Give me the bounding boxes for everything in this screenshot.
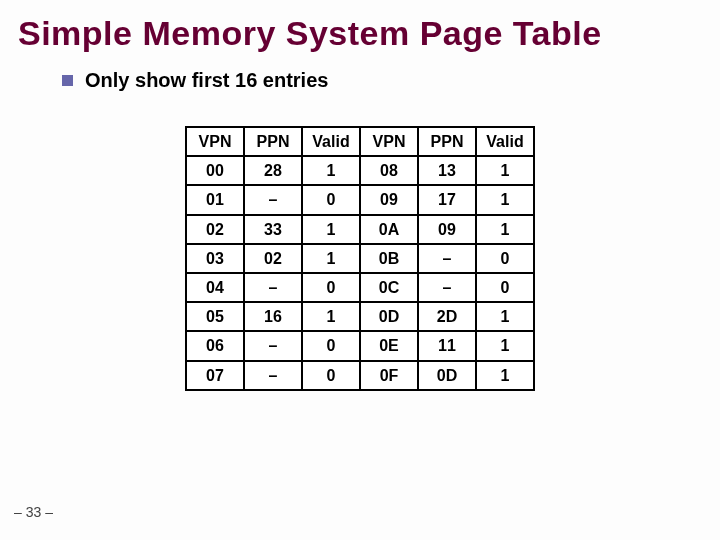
table-cell: – (418, 273, 476, 302)
table-cell: 04 (186, 273, 244, 302)
table-cell: 05 (186, 302, 244, 331)
table-cell: 1 (302, 244, 360, 273)
table-row: 023310A091 (186, 215, 534, 244)
table-cell: – (244, 185, 302, 214)
table-cell: 0A (360, 215, 418, 244)
table-header-row: VPN PPN Valid VPN PPN Valid (186, 127, 534, 156)
col-ppn-1: PPN (244, 127, 302, 156)
table-cell: 1 (476, 331, 534, 360)
table-cell: 1 (302, 156, 360, 185)
slide-number: – 33 – (14, 504, 53, 520)
table-row: 06–00E111 (186, 331, 534, 360)
table-cell: 2D (418, 302, 476, 331)
table-row: 04–00C–0 (186, 273, 534, 302)
page-table: VPN PPN Valid VPN PPN Valid 002810813101… (185, 126, 535, 391)
table-cell: 33 (244, 215, 302, 244)
table-cell: 1 (302, 302, 360, 331)
table-cell: 02 (244, 244, 302, 273)
bullet-icon (62, 75, 73, 86)
table-cell: 1 (476, 361, 534, 390)
table-cell: 07 (186, 361, 244, 390)
table-cell: 09 (418, 215, 476, 244)
table-cell: 1 (476, 215, 534, 244)
table-cell: 1 (476, 185, 534, 214)
bullet-item: Only show first 16 entries (62, 69, 720, 92)
table-cell: 0C (360, 273, 418, 302)
table-cell: 0 (302, 273, 360, 302)
table-cell: 03 (186, 244, 244, 273)
bullet-text: Only show first 16 entries (85, 69, 328, 92)
table-cell: 0 (302, 331, 360, 360)
table-cell: – (244, 273, 302, 302)
table-cell: 0D (360, 302, 418, 331)
table-row: 07–00F0D1 (186, 361, 534, 390)
table-cell: 0 (476, 244, 534, 273)
table-cell: 1 (476, 302, 534, 331)
col-vpn-1: VPN (186, 127, 244, 156)
table-cell: 0B (360, 244, 418, 273)
col-valid-1: Valid (302, 127, 360, 156)
table-cell: 11 (418, 331, 476, 360)
table-cell: 09 (360, 185, 418, 214)
table-cell: 01 (186, 185, 244, 214)
col-valid-2: Valid (476, 127, 534, 156)
table-cell: 0F (360, 361, 418, 390)
table-cell: 17 (418, 185, 476, 214)
table-cell: 13 (418, 156, 476, 185)
table-cell: 0 (302, 361, 360, 390)
table-cell: 00 (186, 156, 244, 185)
table-cell: – (418, 244, 476, 273)
table-cell: 0D (418, 361, 476, 390)
table-cell: 1 (302, 215, 360, 244)
table-cell: – (244, 331, 302, 360)
table-row: 01–009171 (186, 185, 534, 214)
table-cell: 16 (244, 302, 302, 331)
table-row: 030210B–0 (186, 244, 534, 273)
table-cell: 1 (476, 156, 534, 185)
table-row: 0028108131 (186, 156, 534, 185)
table-cell: 06 (186, 331, 244, 360)
table-cell: 0 (476, 273, 534, 302)
table-cell: 0E (360, 331, 418, 360)
table-cell: 02 (186, 215, 244, 244)
table-cell: – (244, 361, 302, 390)
table-cell: 28 (244, 156, 302, 185)
table-cell: 08 (360, 156, 418, 185)
slide-title: Simple Memory System Page Table (0, 0, 720, 63)
table-cell: 0 (302, 185, 360, 214)
col-ppn-2: PPN (418, 127, 476, 156)
col-vpn-2: VPN (360, 127, 418, 156)
table-row: 051610D2D1 (186, 302, 534, 331)
